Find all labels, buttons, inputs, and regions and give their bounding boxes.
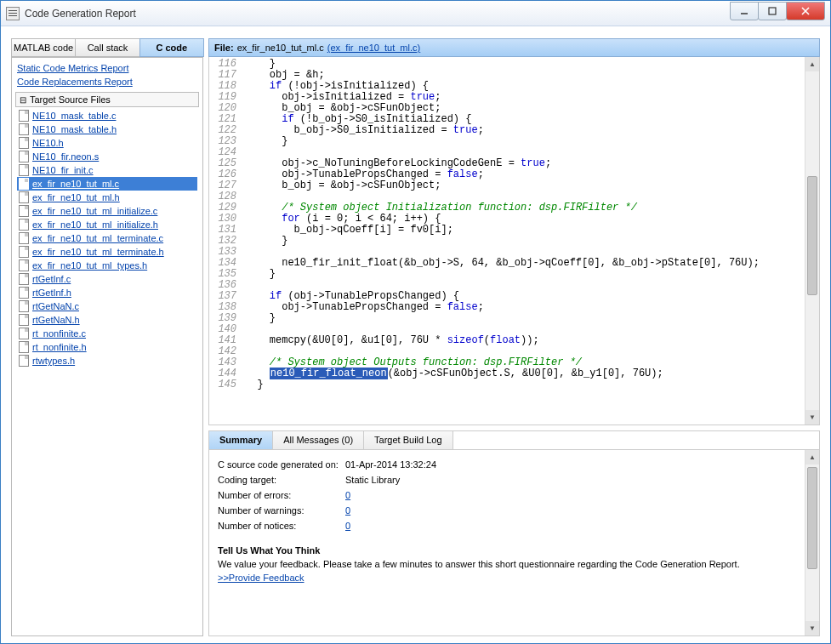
sidebar-tabs: MATLAB codeCall stackC code [11,38,203,57]
scroll-up-icon[interactable]: ▲ [805,450,819,464]
code-line[interactable]: 123 } [209,136,819,147]
window-title: Code Generation Report [25,8,731,20]
minimize-button[interactable] [730,2,759,20]
code-content: b_obj->qCoeff[i] = fv0[i]; [245,225,819,236]
sidebar-tab-c-code[interactable]: C code [139,38,204,57]
maximize-button[interactable] [758,2,787,20]
code-lines[interactable]: 116 }117 obj = &h;118 if (!obj->isInitia… [209,57,819,425]
scroll-down-icon[interactable]: ▼ [805,410,819,425]
file-link[interactable]: NE10_mask_table.c [32,111,116,121]
bottom-tab[interactable]: Summary [209,431,273,449]
file-link[interactable]: ex_fir_ne10_tut_ml_initialize.h [32,219,158,230]
file-item[interactable]: ex_fir_ne10_tut_ml_initialize.c [17,204,197,218]
file-link[interactable]: rtGetNaN.h [32,315,80,325]
code-content: b_obj = &obj->cSFunObject; [245,180,819,191]
section-header[interactable]: Target Source Files [15,92,199,107]
feedback-link[interactable]: >>Provide Feedback [218,573,305,583]
code-line[interactable]: 127 b_obj = &obj->cSFunObject; [209,180,819,191]
file-link[interactable]: NE10_mask_table.h [32,124,117,134]
feedback-section: Tell Us What You Think We value your fee… [218,545,811,583]
bottom-tab[interactable]: Target Build Log [364,431,453,449]
svg-rect-1 [769,8,776,14]
close-button[interactable] [786,2,825,20]
file-link[interactable]: NE10_fir.neon.s [32,151,99,162]
file-item[interactable]: rtGetNaN.c [17,299,197,313]
titlebar[interactable]: Code Generation Report [1,1,830,26]
file-link[interactable]: rtGetInf.c [32,274,71,284]
file-item[interactable]: rt_nonfinite.h [17,340,197,354]
file-item[interactable]: NE10_mask_table.c [17,109,197,123]
sidebar-tab-call-stack[interactable]: Call stack [75,38,139,57]
file-item[interactable]: rtwtypes.h [17,354,197,368]
code-content: b_obj->S0_isInitialized = true; [245,125,819,136]
file-item[interactable]: ex_fir_ne10_tut_ml_types.h [17,259,197,272]
code-line[interactable]: 131 b_obj->qCoeff[i] = fv0[i]; [209,225,819,236]
file-item[interactable]: rtGetInf.h [17,286,197,299]
file-icon [19,123,29,135]
summary-value[interactable]: 0 [345,521,350,531]
main-area: File: ex_fir_ne10_tut_ml.c (ex_fir_ne10_… [208,38,820,636]
scroll-thumb[interactable] [807,176,817,295]
code-line[interactable]: 134 ne10_fir_init_float(&b_obj->S, 64, &… [209,258,819,269]
file-item[interactable]: NE10_fir_init.c [17,163,197,177]
summary-row: Number of warnings:0 [218,503,811,518]
file-item[interactable]: rt_nonfinite.c [17,327,197,340]
report-link[interactable]: Code Replacements Report [17,75,197,88]
code-line[interactable]: 139 } [209,313,819,324]
file-link[interactable]: ex_fir_ne10_tut_ml_types.h [32,260,147,271]
file-item[interactable]: ex_fir_ne10_tut_ml.c [17,177,197,191]
summary-row: Number of notices:0 [218,518,811,533]
file-link[interactable]: (ex_fir_ne10_tut_ml.c) [327,43,420,53]
scroll-up-icon[interactable]: ▲ [805,57,819,71]
file-icon [19,300,29,312]
file-item[interactable]: ex_fir_ne10_tut_ml_terminate.h [17,245,197,259]
file-link[interactable]: ex_fir_ne10_tut_ml_terminate.c [32,233,163,243]
summary-row: Number of errors:0 [218,487,811,503]
code-content: } [245,269,819,280]
bottom-scrollbar[interactable]: ▲ ▼ [805,450,819,635]
file-link[interactable]: ex_fir_ne10_tut_ml_terminate.h [32,247,164,257]
file-link[interactable]: NE10.h [32,138,64,148]
file-item[interactable]: ex_fir_ne10_tut_ml_initialize.h [17,218,197,231]
file-link[interactable]: ex_fir_ne10_tut_ml_initialize.c [32,206,157,216]
file-item[interactable]: NE10_fir.neon.s [17,150,197,163]
file-item[interactable]: NE10.h [17,136,197,150]
file-link[interactable]: ex_fir_ne10_tut_ml.c [32,179,119,189]
code-line[interactable]: 122 b_obj->S0_isInitialized = true; [209,125,819,136]
scroll-thumb[interactable] [807,467,817,569]
sidebar-tab-matlab-code[interactable]: MATLAB code [11,38,76,57]
file-link[interactable]: rt_nonfinite.c [32,328,86,339]
code-line[interactable]: 141 memcpy(&U0[0], &u1[0], 76U * sizeof(… [209,335,819,346]
summary-value[interactable]: 0 [345,505,350,516]
code-line[interactable]: 132 } [209,236,819,247]
summary-value: 01-Apr-2014 13:32:24 [345,459,436,470]
file-item[interactable]: rtGetInf.c [17,272,197,286]
file-item[interactable]: ex_fir_ne10_tut_ml_terminate.c [17,231,197,245]
file-link[interactable]: rtGetInf.h [32,288,71,298]
code-line[interactable]: 138 obj->TunablePropsChanged = false; [209,302,819,313]
bottom-tabs: SummaryAll Messages (0)Target Build Log [209,431,819,450]
code-line[interactable]: 145 } [209,379,819,390]
file-label: File: [214,43,234,53]
file-item[interactable]: rtGetNaN.h [17,313,197,327]
file-link[interactable]: NE10_fir_init.c [32,165,94,175]
file-link[interactable]: rtwtypes.h [32,356,75,366]
file-icon [19,246,29,258]
summary-row: Coding target:Static Library [218,472,811,487]
file-item[interactable]: NE10_mask_table.h [17,123,197,136]
summary-value[interactable]: 0 [345,490,350,500]
file-link[interactable]: ex_fir_ne10_tut_ml.h [32,192,120,202]
report-link[interactable]: Static Code Metrics Report [17,61,197,75]
file-name: ex_fir_ne10_tut_ml.c [237,43,324,53]
code-scrollbar[interactable]: ▲ ▼ [805,57,819,425]
code-line[interactable]: 135 } [209,269,819,280]
file-link[interactable]: rt_nonfinite.h [32,342,87,352]
file-link[interactable]: rtGetNaN.c [32,301,79,311]
code-line[interactable]: 144 ne10_fir_float_neon(&obj->cSFunObjec… [209,368,819,379]
window-buttons [731,2,825,20]
scroll-down-icon[interactable]: ▼ [805,621,819,635]
section-title: Target Source Files [30,94,111,105]
bottom-tab[interactable]: All Messages (0) [273,431,364,449]
file-icon [19,341,29,353]
file-item[interactable]: ex_fir_ne10_tut_ml.h [17,191,197,204]
